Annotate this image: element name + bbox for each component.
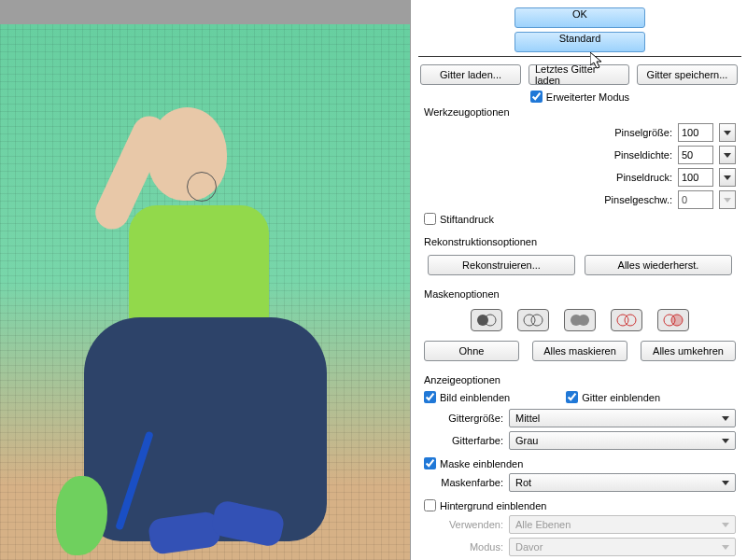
brush-rate-dropdown [719,190,736,209]
mask-mode-replace-icon[interactable] [471,309,502,331]
options-panel: OK Standard Gitter laden... Letztes Gitt… [411,0,747,560]
brush-size-dropdown[interactable] [719,123,736,142]
mask-all-button[interactable]: Alles maskieren [532,341,627,361]
brush-pressure-dropdown[interactable] [719,168,736,187]
mask-mode-subtract-icon[interactable] [564,309,596,331]
subject-silhouette [65,75,345,560]
brush-cursor-circle [187,172,217,202]
brush-rate-label: Pinselgeschw.: [584,194,672,205]
show-grid-label: Gitter einblenden [582,392,660,403]
svg-point-7 [625,315,636,326]
advanced-mode-checkbox[interactable]: Erweiterter Modus [530,91,629,103]
show-background-label: Hintergrund einblenden [440,500,546,511]
advanced-mode-label: Erweiterter Modus [546,91,629,103]
brush-size-input[interactable] [678,123,713,142]
show-grid-checkbox[interactable]: Gitter einblenden [566,391,660,403]
preview-image[interactable] [0,24,410,560]
pen-pressure-label: Stiftandruck [440,214,494,225]
brush-density-input[interactable] [678,146,713,164]
grid-load-last-button[interactable]: Letztes Gitter laden [529,64,629,85]
restore-all-button[interactable]: Alles wiederherst. [585,255,732,275]
grid-color-select[interactable]: Grau [509,431,736,450]
preview-pane[interactable] [0,0,411,560]
brush-rate-input [678,190,713,209]
mask-options-heading: Maskenoptionen [418,287,741,303]
display-options-heading: Anzeigeoptionen [418,372,741,389]
ok-button[interactable]: OK [514,7,645,28]
show-mask-checkbox[interactable]: Maske einblenden [424,457,523,469]
reconstruction-heading: Rekonstruktionsoptionen [418,234,741,251]
mask-none-button[interactable]: Ohne [424,341,519,361]
mask-mode-add-icon[interactable] [517,309,549,331]
brush-density-dropdown[interactable] [719,146,736,164]
mode-label: Modus: [424,541,503,553]
brush-pressure-label: Pinseldruck: [584,172,672,183]
brush-size-label: Pinselgröße: [584,127,672,138]
tool-options-heading: Werkzeugoptionen [418,105,741,121]
mask-color-select[interactable]: Rot [509,473,736,492]
grid-size-label: Gittergröße: [424,413,503,424]
show-mask-label: Maske einblenden [440,458,523,469]
reconstruct-button[interactable]: Rekonstruieren... [428,255,575,275]
brush-pressure-input[interactable] [678,168,713,187]
mode-select: Davor [509,538,736,556]
grid-load-button[interactable]: Gitter laden... [420,64,521,85]
svg-point-9 [671,315,683,326]
mask-invert-button[interactable]: Alles umkehren [641,341,736,361]
show-image-label: Bild einblenden [440,392,510,403]
use-label: Verwenden: [424,519,503,530]
grid-color-label: Gitterfarbe: [424,435,503,446]
mask-mode-invert-icon[interactable] [657,309,689,331]
pen-pressure-checkbox[interactable]: Stiftandruck [424,213,494,225]
mask-mode-intersect-icon[interactable] [611,309,642,331]
svg-point-5 [578,315,589,326]
use-select: Alle Ebenen [509,515,736,534]
grid-size-select[interactable]: Mittel [509,409,736,427]
brush-density-label: Pinseldichte: [584,149,672,161]
show-image-checkbox[interactable]: Bild einblenden [424,391,510,403]
preview-header [0,0,410,24]
standard-button[interactable]: Standard [514,32,645,52]
grid-save-button[interactable]: Gitter speichern... [637,64,738,85]
show-background-checkbox[interactable]: Hintergrund einblenden [424,499,546,511]
svg-point-3 [531,315,543,326]
mask-color-label: Maskenfarbe: [424,477,503,488]
